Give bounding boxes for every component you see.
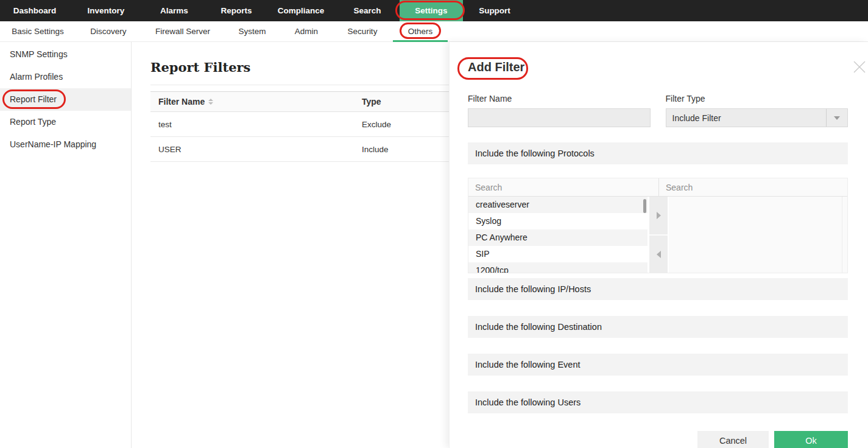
subnav-security[interactable]: Security xyxy=(333,21,392,41)
section-header-destination[interactable]: Include the following Destination xyxy=(468,316,848,338)
filter-name-label: Filter Name xyxy=(468,94,651,103)
filter-type-label: Filter Type xyxy=(666,94,849,103)
subnav-admin[interactable]: Admin xyxy=(280,21,333,41)
nav-inventory[interactable]: Inventory xyxy=(69,0,143,21)
panel-title: Add Filter xyxy=(468,58,524,75)
list-item[interactable]: PC Anywhere xyxy=(468,229,647,246)
list-item[interactable]: creativeserver xyxy=(468,197,647,213)
settings-sidebar: SNMP Settings Alarm Profiles Report Filt… xyxy=(0,42,132,448)
list-item[interactable]: SIP xyxy=(468,246,647,262)
move-arrows-column xyxy=(649,197,668,273)
scrollbar-track[interactable] xyxy=(842,197,847,273)
filter-name-cell: USER xyxy=(150,145,361,154)
section-header-protocols[interactable]: Include the following Protocols xyxy=(468,142,848,164)
chevron-down-icon xyxy=(826,109,847,127)
selected-search-cell xyxy=(659,178,847,196)
section-header-event[interactable]: Include the following Event xyxy=(468,354,848,376)
column-header-filter-name[interactable]: Filter Name xyxy=(150,97,361,107)
selected-protocols-list xyxy=(669,197,847,273)
app-body: SNMP Settings Alarm Profiles Report Filt… xyxy=(0,42,868,448)
cancel-button[interactable]: Cancel xyxy=(697,431,769,448)
filter-name-field-group: Filter Name xyxy=(468,94,651,127)
filter-type-dropdown[interactable]: Include Filter xyxy=(666,108,849,127)
sidebar-item-username-ip-mapping[interactable]: UserName-IP Mapping xyxy=(0,133,131,156)
sort-icon[interactable] xyxy=(208,99,213,105)
arrow-right-icon xyxy=(657,212,661,219)
section-header-ip-hosts[interactable]: Include the following IP/Hosts xyxy=(468,278,848,300)
sidebar-item-report-filter[interactable]: Report Filter xyxy=(0,88,131,111)
subnav-system[interactable]: System xyxy=(224,21,280,41)
panel-button-row: Cancel Ok xyxy=(468,431,848,448)
list-item[interactable]: 1200/tcp xyxy=(468,262,647,273)
subnav-others[interactable]: Others xyxy=(392,21,448,41)
sidebar-item-report-type[interactable]: Report Type xyxy=(0,111,131,133)
nav-compliance[interactable]: Compliance xyxy=(267,0,335,21)
filter-name-header-label: Filter Name xyxy=(158,97,205,107)
move-left-button[interactable] xyxy=(649,236,668,273)
subnav-basic-settings[interactable]: Basic Settings xyxy=(0,21,76,41)
close-icon[interactable] xyxy=(853,60,866,74)
dual-list-body: creativeserver Syslog PC Anywhere SIP 12… xyxy=(468,197,847,273)
subnav-firewall-server[interactable]: Firewall Server xyxy=(141,21,224,41)
filter-form-row: Filter Name Filter Type Include Filter xyxy=(468,94,848,127)
sidebar-item-alarm-profiles[interactable]: Alarm Profiles xyxy=(0,66,131,88)
filter-name-input[interactable] xyxy=(468,108,651,127)
nav-dashboard[interactable]: Dashboard xyxy=(0,0,69,21)
arrow-left-icon xyxy=(657,251,661,258)
scrollbar-thumb[interactable] xyxy=(643,199,646,213)
nav-settings[interactable]: Settings xyxy=(400,0,463,21)
nav-reports[interactable]: Reports xyxy=(206,0,267,21)
protocols-dual-list: creativeserver Syslog PC Anywhere SIP 12… xyxy=(468,178,848,273)
nav-support[interactable]: Support xyxy=(463,0,526,21)
nav-search[interactable]: Search xyxy=(335,0,400,21)
filter-type-field-group: Filter Type Include Filter xyxy=(666,94,849,127)
subnav-discovery[interactable]: Discovery xyxy=(76,21,141,41)
add-filter-panel: Add Filter Filter Name Filter Type Inclu… xyxy=(449,42,868,448)
list-item[interactable]: Syslog xyxy=(468,213,647,229)
available-search-cell xyxy=(468,178,659,196)
filter-name-cell: test xyxy=(150,120,361,129)
section-header-users[interactable]: Include the following Users xyxy=(468,391,848,413)
available-search-input[interactable] xyxy=(468,183,658,192)
nav-alarms[interactable]: Alarms xyxy=(143,0,206,21)
selected-search-input[interactable] xyxy=(659,183,847,192)
top-nav: Dashboard Inventory Alarms Reports Compl… xyxy=(0,0,868,21)
filter-type-selected-value: Include Filter xyxy=(666,113,827,123)
dual-list-search-row xyxy=(468,178,847,197)
sidebar-item-snmp-settings[interactable]: SNMP Settings xyxy=(0,43,131,66)
settings-sub-nav: Basic Settings Discovery Firewall Server… xyxy=(0,21,868,42)
ok-button[interactable]: Ok xyxy=(774,431,848,448)
move-right-button[interactable] xyxy=(649,197,668,236)
available-protocols-list: creativeserver Syslog PC Anywhere SIP 12… xyxy=(468,197,647,273)
